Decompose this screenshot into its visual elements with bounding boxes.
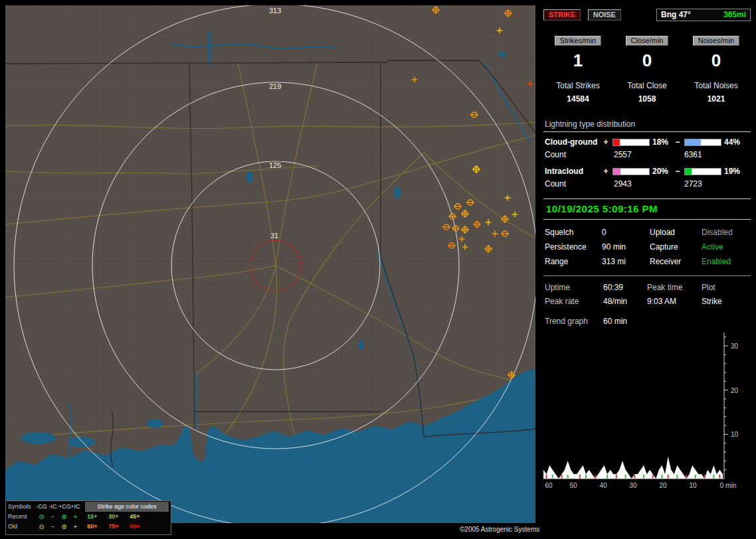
cg-plus-pct: 18% (652, 137, 674, 147)
event-mark (668, 475, 669, 479)
peak-time-value: 9:03 AM (647, 297, 702, 306)
event-mark (634, 475, 635, 479)
legend-strike-icon: ⊖ (36, 522, 47, 532)
age-code: 90+ (125, 522, 145, 532)
event-mark (695, 475, 696, 479)
count-label: Count (545, 179, 566, 189)
event-mark (719, 475, 720, 479)
peak-rate-row: Peak rate 48/min 9:03 AM Strike (543, 297, 751, 306)
status-row-persistence: Persistence 90 min Capture Active (543, 242, 751, 252)
plus-sign: + (602, 137, 610, 147)
receiver-value: Enabled (702, 257, 731, 266)
peak-rate-label: Peak rate (543, 297, 603, 306)
total-close-label: Total Close (613, 81, 682, 90)
map-svg[interactable]: 31321912531 (5, 5, 535, 523)
legend-row: Recent⊖−⊕+15+30+45+ (8, 512, 169, 522)
strikes-per-min-label: Strikes/min (555, 36, 601, 46)
bearing-label: Bng 47° (661, 10, 691, 19)
lightning-map[interactable]: 31321912531 (5, 5, 535, 523)
age-code: 75+ (104, 522, 124, 532)
close-per-min-column: Close/min 0 Total Close 1058 (613, 36, 682, 104)
upload-label: Upload (650, 228, 702, 237)
persistence-value: 90 min (602, 242, 650, 252)
divider (543, 275, 751, 276)
y-tick-label: 20 (731, 387, 739, 394)
legend-strike-icon: − (47, 512, 58, 522)
legend-col-pic: +IC (70, 502, 81, 512)
intracloud-label: Intracloud (543, 167, 602, 176)
plus-sign: + (602, 167, 610, 176)
x-tick-label: 40 (599, 482, 607, 489)
event-mark (676, 475, 678, 479)
peak-rate-value: 48/min (603, 297, 647, 306)
minus-sign: − (674, 167, 682, 176)
trend-header: Trend graph 60 min (543, 317, 751, 326)
x-tick-label: 60 (545, 482, 553, 489)
ic-minus-count: 2723 (684, 179, 702, 189)
event-mark (652, 475, 654, 479)
strikes-per-min-value: 1 (543, 50, 613, 71)
y-tick-label: 30 (731, 343, 739, 350)
total-close-value: 1058 (613, 94, 682, 104)
panel-toolbar: STRIKE NOISE Bng 47° 365mi (543, 9, 751, 23)
event-mark (686, 475, 687, 479)
legend-strike-icon: + (70, 522, 81, 532)
range-ring-label: 219 (269, 82, 281, 90)
peak-time-label: Peak time (647, 283, 702, 292)
legend-symbols-label: Symbols (8, 502, 36, 512)
legend-rows: Recent⊖−⊕+15+30+45+Old⊖−⊕+60+75+90+ (8, 512, 169, 532)
x-tick-label: 30 (629, 482, 637, 489)
range-value: 313 mi (602, 257, 650, 266)
legend-strike-icon: ⊖ (36, 512, 47, 522)
cloud-ground-label: Cloud-ground (543, 137, 602, 147)
capture-value: Active (702, 242, 723, 252)
legend-strike-icon: ⊕ (58, 512, 70, 522)
total-strikes-label: Total Strikes (543, 81, 613, 90)
ic-plus-bar (613, 168, 650, 175)
intracloud-counts: Count 2943 2723 (543, 179, 751, 189)
close-per-min-label: Close/min (626, 36, 669, 46)
intracloud-row: Intracloud + 20% − 19% (543, 167, 751, 176)
event-mark (579, 475, 581, 479)
uptime-label: Uptime (543, 283, 603, 292)
total-noises-value: 1021 (682, 94, 751, 104)
datetime-display: 10/19/2025 5:09:16 PM (543, 198, 751, 220)
stormvue-window: 31321912531 Symbols -CG -IC +CG +IC Stri… (0, 0, 756, 539)
total-strikes-value: 14584 (543, 94, 613, 104)
legend-col-ncg: -CG (36, 502, 47, 512)
copyright-text: ©2005 Astrogenic Systems (457, 526, 542, 533)
event-mark (585, 475, 587, 479)
noises-per-min-value: 0 (682, 50, 751, 71)
noises-per-min-label: Noises/min (693, 36, 739, 46)
trend-graph-label: Trend graph (543, 317, 603, 326)
legend-col-nic: -IC (47, 502, 58, 512)
strike-toggle-button[interactable]: STRIKE (543, 9, 581, 21)
event-mark (546, 475, 547, 479)
noises-per-min-column: Noises/min 0 Total Noises 1021 (682, 36, 751, 104)
minus-sign: − (674, 137, 682, 147)
x-tick-label: 0 min (720, 482, 736, 489)
event-mark (643, 475, 644, 479)
status-panel: STRIKE NOISE Bng 47° 365mi Strikes/min 1… (543, 9, 751, 496)
trend-window-value: 60 min (603, 317, 627, 326)
close-per-min-value: 0 (613, 50, 682, 71)
cg-minus-count: 6361 (684, 150, 702, 159)
distribution-title: Lightning type distribution (543, 119, 751, 132)
count-label: Count (545, 150, 566, 159)
squelch-label: Squelch (543, 228, 602, 237)
cloud-ground-row: Cloud-ground + 18% − 44% (543, 137, 751, 147)
uptime-row: Uptime 60:39 Peak time Plot (543, 283, 751, 292)
event-mark (704, 475, 706, 479)
event-mark (713, 475, 714, 479)
symbol-legend: Symbols -CG -IC +CG +IC Strike age color… (5, 501, 171, 535)
x-tick-label: 20 (659, 482, 667, 489)
range-ring-label: 313 (269, 7, 281, 15)
capture-label: Capture (650, 242, 702, 252)
noise-toggle-button[interactable]: NOISE (588, 9, 621, 21)
event-mark (625, 475, 626, 479)
cg-minus-pct: 44% (724, 137, 745, 147)
squelch-value: 0 (602, 228, 650, 237)
event-mark (616, 475, 617, 479)
age-code: 15+ (82, 512, 102, 522)
age-code: 45+ (125, 512, 145, 522)
